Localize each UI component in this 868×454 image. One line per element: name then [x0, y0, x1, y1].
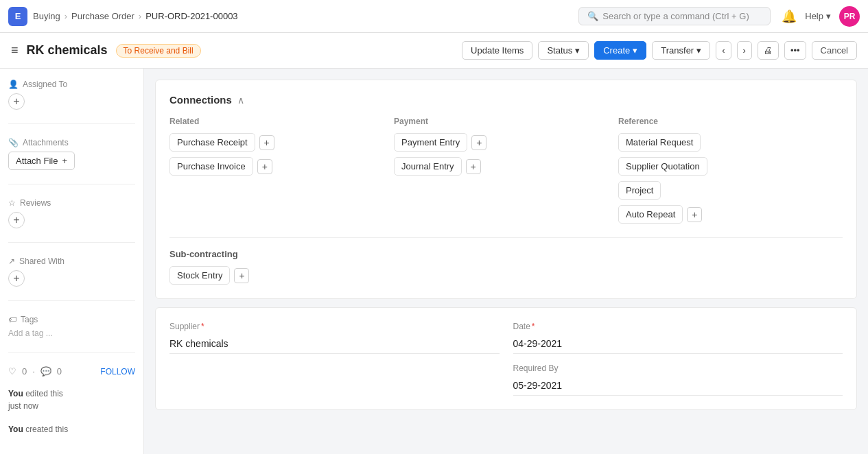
status-label: Status	[547, 45, 572, 56]
reference-section: Reference Material Request Supplier Quot…	[618, 117, 843, 224]
print-button[interactable]: 🖨	[758, 41, 779, 60]
project-item[interactable]: Project	[618, 181, 661, 200]
add-review-button[interactable]: +	[8, 212, 25, 228]
right-fields: Date * 04-29-2021 Required By 05-29-2021	[513, 322, 843, 396]
add-shared-button[interactable]: +	[8, 270, 25, 287]
share-icon: ↗	[8, 256, 15, 266]
breadcrumb-purchase-order[interactable]: Purchase Order	[71, 11, 134, 21]
tag-icon: 🏷	[8, 315, 16, 324]
required-by-field: Required By 05-29-2021	[513, 363, 843, 396]
material-request-item[interactable]: Material Request	[618, 133, 701, 152]
payment-items: Payment Entry + Journal Entry +	[394, 133, 605, 176]
add-purchase-receipt-button[interactable]: +	[259, 135, 274, 150]
assigned-to-label: 👤 Assigned To	[8, 80, 135, 89]
bell-icon[interactable]: 🔔	[782, 9, 797, 24]
likes-count: 0	[22, 366, 27, 377]
comment-icon[interactable]: 💬	[40, 366, 51, 377]
required-by-value[interactable]: 05-29-2021	[513, 376, 843, 396]
shared-with-section: ↗ Shared With +	[8, 256, 135, 287]
status-button[interactable]: Status ▾	[538, 41, 589, 60]
update-items-button[interactable]: Update Items	[462, 41, 532, 60]
date-value[interactable]: 04-29-2021	[513, 334, 843, 354]
required-by-label: Required By	[513, 363, 843, 373]
transfer-button[interactable]: Transfer ▾	[652, 41, 710, 60]
breadcrumb-sep-2: ›	[139, 11, 141, 21]
activity-1-time: just now	[8, 401, 38, 411]
activity-2-you: You	[8, 425, 23, 434]
collapse-icon[interactable]: ∧	[237, 95, 244, 106]
heart-icon[interactable]: ♡	[8, 366, 16, 377]
subcontracting-section: Sub-contracting Stock Entry +	[169, 237, 843, 285]
search-bar[interactable]: 🔍 Search or type a command (Ctrl + G)	[578, 7, 771, 25]
breadcrumb: Buying › Purchase Order › PUR-ORD-2021-0…	[33, 11, 238, 21]
date-required: *	[532, 322, 535, 331]
add-stock-entry-button[interactable]: +	[234, 268, 249, 283]
related-label: Related	[169, 117, 380, 126]
purchase-receipt-item[interactable]: Purchase Receipt	[169, 133, 255, 152]
journal-entry-item[interactable]: Journal Entry	[394, 157, 462, 176]
help-button[interactable]: Help ▾	[805, 11, 831, 21]
supplier-label: Supplier *	[169, 322, 500, 331]
auto-repeat-item[interactable]: Auto Repeat	[618, 205, 683, 224]
nav-actions: 🔔 Help ▾ PR	[782, 6, 860, 27]
next-button[interactable]: ›	[737, 41, 752, 60]
menu-icon[interactable]: ≡	[11, 43, 19, 58]
paperclip-icon: 📎	[8, 138, 19, 147]
connections-header: Connections ∧	[169, 94, 843, 106]
stock-entry-item[interactable]: Stock Entry	[169, 266, 230, 285]
assigned-to-section: 👤 Assigned To +	[8, 80, 135, 110]
attachments-label: 📎 Attachments	[8, 138, 135, 147]
breadcrumb-buying[interactable]: Buying	[33, 11, 60, 21]
activity-1: You edited this just now	[8, 387, 135, 412]
shared-with-label: ↗ Shared With	[8, 256, 135, 266]
follow-button[interactable]: FOLLOW	[100, 367, 135, 377]
search-placeholder: Search or type a command (Ctrl + G)	[602, 11, 749, 21]
supplier-value[interactable]: RK chemicals	[169, 334, 500, 354]
tags-section: 🏷 Tags Add a tag ...	[8, 315, 135, 338]
transfer-chevron-icon: ▾	[696, 45, 701, 56]
purchase-invoice-item[interactable]: Purchase Invoice	[169, 157, 253, 176]
date-label: Date *	[513, 322, 843, 331]
main-content: Connections ∧ Related Purchase Receipt +…	[144, 69, 868, 454]
payment-entry-item[interactable]: Payment Entry	[394, 133, 467, 152]
attachments-section: 📎 Attachments Attach File +	[8, 138, 135, 170]
form-grid: Supplier * RK chemicals Date * 04-29-202…	[169, 322, 843, 396]
likes-row: ♡ 0 · 💬 0 FOLLOW	[8, 366, 135, 377]
add-reference-button[interactable]: +	[687, 207, 702, 222]
page-title: RK chemicals	[27, 43, 108, 58]
activity-1-you: You	[8, 389, 23, 398]
related-section: Related Purchase Receipt + Purchase Invo…	[169, 117, 394, 224]
divider-2	[8, 184, 135, 184]
activity-2-text: created this	[25, 425, 68, 434]
add-assigned-button[interactable]: +	[8, 93, 25, 110]
date-field: Date * 04-29-2021	[513, 322, 843, 354]
payment-label: Payment	[394, 117, 605, 126]
cancel-button[interactable]: Cancel	[812, 41, 857, 60]
help-label: Help	[805, 11, 823, 21]
transfer-label: Transfer	[661, 45, 694, 56]
form-card: Supplier * RK chemicals Date * 04-29-202…	[155, 307, 857, 410]
attach-file-label: Attach File	[16, 156, 58, 166]
page-header: ≡ RK chemicals To Receive and Bill Updat…	[0, 33, 868, 69]
add-tag-text[interactable]: Add a tag ...	[8, 328, 135, 338]
add-purchase-invoice-button[interactable]: +	[257, 159, 272, 174]
star-icon: ☆	[8, 198, 16, 208]
tags-label: 🏷 Tags	[8, 315, 135, 324]
divider-5	[8, 352, 135, 353]
attach-plus-icon: +	[62, 156, 67, 166]
user-avatar[interactable]: PR	[839, 6, 860, 27]
dot-sep: ·	[32, 366, 35, 377]
prev-button[interactable]: ‹	[716, 41, 731, 60]
create-label: Create	[603, 45, 630, 56]
add-payment-entry-button[interactable]: +	[471, 135, 486, 150]
create-button[interactable]: Create ▾	[594, 41, 646, 60]
supplier-quotation-item[interactable]: Supplier Quotation	[618, 157, 707, 176]
status-chevron-icon: ▾	[575, 45, 580, 56]
reviews-label: ☆ Reviews	[8, 198, 135, 208]
breadcrumb-sep-1: ›	[64, 11, 67, 21]
sidebar: 👤 Assigned To + 📎 Attachments Attach Fil…	[0, 69, 144, 454]
attach-file-button[interactable]: Attach File +	[8, 152, 75, 170]
add-journal-entry-button[interactable]: +	[466, 159, 481, 174]
more-button[interactable]: •••	[784, 41, 806, 60]
divider-4	[8, 300, 135, 301]
